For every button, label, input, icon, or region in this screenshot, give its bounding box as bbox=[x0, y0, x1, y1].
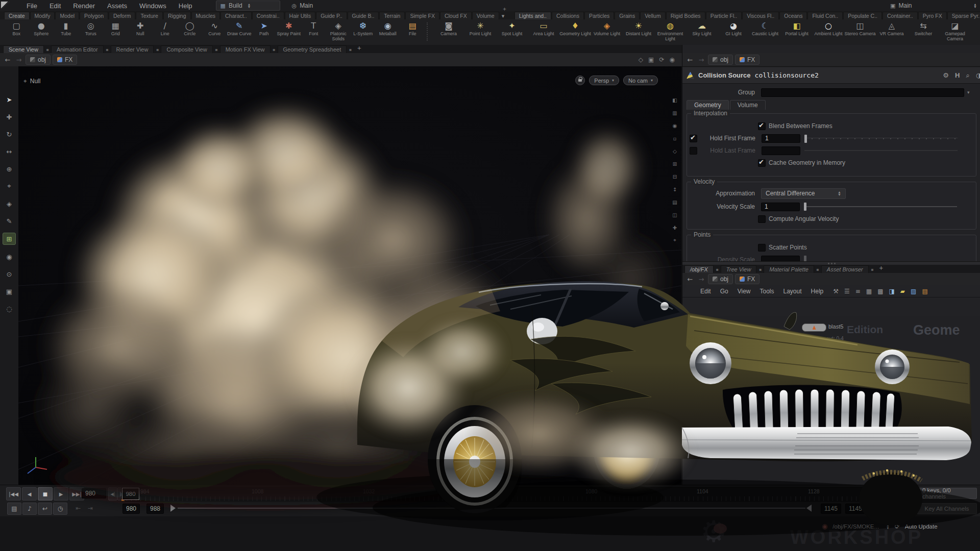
ambient-light-tool[interactable]: ○ Ambient Light bbox=[813, 21, 844, 36]
range-lock-left-icon[interactable]: ⇤ bbox=[71, 503, 85, 514]
playhead[interactable]: 980 bbox=[122, 488, 139, 500]
velocity-scale-field[interactable]: 1 bbox=[761, 203, 800, 211]
shelf-tab[interactable]: Sparse Pyr.. bbox=[947, 12, 980, 19]
network-editor[interactable]: st3 blast5 out: 0-4 Edition Geome ert3 a… bbox=[682, 316, 980, 485]
pane-tab[interactable]: /obj/FX ▪ bbox=[684, 265, 721, 273]
rotate-tool-icon[interactable]: ↻ bbox=[3, 129, 15, 140]
gear-icon[interactable]: ⚙ bbox=[943, 71, 949, 80]
pane-tab[interactable]: Scene View ▪ bbox=[3, 45, 51, 53]
sphere-tool[interactable]: ● Sphere bbox=[29, 21, 54, 36]
camera-lock-button[interactable] bbox=[575, 76, 585, 85]
area-light-tool[interactable]: ▭ Area Light bbox=[528, 21, 559, 36]
grid-tool[interactable]: ▦ Grid bbox=[103, 21, 128, 36]
hold-last-checkbox[interactable] bbox=[690, 147, 697, 155]
draw-curve-tool[interactable]: ✎ Draw Curve bbox=[227, 21, 252, 36]
channel-graph-icon[interactable]: ∿ bbox=[899, 503, 914, 515]
shelf-tab[interactable]: Particles bbox=[584, 12, 614, 19]
points-display-icon[interactable]: ◇ bbox=[670, 147, 679, 155]
timeline-ruler[interactable]: 984100810321056108011041128 980 bbox=[121, 487, 894, 502]
menu-item[interactable]: Edit bbox=[696, 287, 716, 296]
net-display-icon[interactable]: ◨ bbox=[889, 288, 895, 295]
group-dropdown-icon[interactable]: ▾ bbox=[967, 90, 970, 95]
snapshot-icon[interactable]: ▣ bbox=[648, 56, 654, 63]
blend-checkbox[interactable] bbox=[758, 122, 766, 130]
shelf-tab[interactable]: Guide P.. bbox=[316, 12, 347, 19]
circle-tool[interactable]: ◯ Circle bbox=[178, 21, 203, 36]
menu-item[interactable]: Layout bbox=[779, 287, 806, 296]
net-tree-icon[interactable]: ☰ bbox=[844, 288, 850, 295]
pane-tab[interactable]: Render View ▪ bbox=[111, 45, 161, 53]
hold-first-checkbox[interactable] bbox=[690, 135, 697, 142]
menu-item[interactable]: Assets bbox=[102, 1, 132, 11]
net-image-icon[interactable]: ▨ bbox=[911, 288, 916, 295]
current-op-path[interactable]: /obj/FX/SMOKE... bbox=[832, 523, 879, 530]
torus-tool[interactable]: ◎ Torus bbox=[79, 21, 104, 36]
shelf-tab[interactable]: Constrai.. bbox=[252, 12, 284, 19]
camera-tool[interactable]: ◙ Camera bbox=[433, 21, 464, 36]
box-tool[interactable]: ▢ Box bbox=[4, 21, 29, 36]
shelf-tab[interactable]: Grains bbox=[615, 12, 640, 19]
add-pane-tab-button[interactable]: ＋ bbox=[878, 263, 885, 273]
vr-camera-tool[interactable]: ◬ VR Camera bbox=[876, 21, 908, 36]
shelf-tab[interactable]: Pyro FX bbox=[918, 12, 947, 19]
hold-first-field[interactable]: 1 bbox=[762, 134, 800, 143]
menu-item[interactable]: View bbox=[733, 287, 755, 296]
node-blast5[interactable] bbox=[802, 323, 826, 332]
point-light-tool[interactable]: ✳ Point Light bbox=[464, 21, 496, 36]
distant-light-tool[interactable]: ☀ Distant Light bbox=[623, 21, 654, 36]
audio-icon[interactable]: ♪ bbox=[22, 503, 37, 515]
sky-light-tool[interactable]: ☁ Sky Light bbox=[686, 21, 718, 36]
shelf-tab[interactable]: Create bbox=[4, 12, 30, 19]
shelf-tab[interactable]: Viscous Fl.. bbox=[742, 12, 779, 19]
menu-item[interactable]: File bbox=[21, 1, 42, 11]
range-lock-right-icon[interactable]: ⇥ bbox=[84, 503, 97, 514]
pane-tab-menu-icon[interactable]: ▪ bbox=[869, 267, 876, 273]
line-tool[interactable]: ∕ Line bbox=[153, 21, 178, 36]
shelf-tab[interactable]: Cloud FX bbox=[440, 12, 472, 19]
shelf-tab[interactable]: Model bbox=[55, 12, 79, 19]
display-options-icon[interactable]: ▣ bbox=[3, 286, 15, 297]
pane-tab-menu-icon[interactable]: ▪ bbox=[714, 267, 721, 273]
pin-icon[interactable]: ◇ bbox=[639, 56, 643, 63]
breadcrumb-obj[interactable]: obj bbox=[708, 274, 733, 284]
presets-icon[interactable]: ◑ bbox=[976, 71, 980, 80]
nav-back-icon[interactable]: ← bbox=[685, 276, 695, 283]
approximation-select[interactable]: Central Difference ▲▼ bbox=[761, 188, 846, 199]
pane-tab-menu-icon[interactable]: ▪ bbox=[756, 267, 764, 273]
shelf-tab[interactable]: Polygon bbox=[80, 12, 108, 19]
pane-tab[interactable]: Composite View ▪ bbox=[161, 45, 219, 53]
hold-last-field[interactable] bbox=[762, 146, 800, 155]
shelf-tab[interactable]: Modify bbox=[30, 12, 55, 19]
pane-tab[interactable]: Asset Browser ▪ bbox=[821, 265, 876, 273]
current-frame-field[interactable]: 980 bbox=[82, 488, 106, 498]
pose-tool-icon[interactable]: ⊕ bbox=[3, 163, 15, 174]
null-tool[interactable]: ✚ Null bbox=[128, 21, 153, 36]
play-button[interactable]: ▶ bbox=[54, 487, 68, 500]
breadcrumb-fx[interactable]: FX bbox=[53, 55, 77, 65]
normals-display-icon[interactable]: ⊞ bbox=[670, 160, 679, 168]
playback-options-icon[interactable]: ▤ bbox=[7, 503, 21, 515]
shading-mode-icon[interactable]: ◧ bbox=[670, 96, 679, 104]
menu-item[interactable]: Help bbox=[174, 1, 198, 11]
pane-tab[interactable]: Tree View ▪ bbox=[721, 265, 764, 273]
portal-light-tool[interactable]: ◧ Portal Light bbox=[781, 21, 813, 36]
pane-tab[interactable]: Geometry Spreadsheet ▪ bbox=[278, 45, 354, 53]
global-end-field[interactable]: 1145 bbox=[845, 504, 866, 514]
velocity-scale-slider[interactable] bbox=[804, 206, 957, 207]
pane-tab[interactable]: Material Palette ▪ bbox=[764, 265, 821, 273]
persona-icon[interactable]: ◉ bbox=[669, 56, 674, 63]
net-snap-grid-icon[interactable]: ▩ bbox=[877, 288, 883, 295]
shelf-tab[interactable]: Rigid Bodies bbox=[666, 12, 705, 19]
pane-tab[interactable]: Animation Editor ▪ bbox=[51, 45, 111, 53]
camera-selector[interactable]: No cam ▾ bbox=[623, 76, 658, 85]
desk-selector-right[interactable]: ▣ Main bbox=[886, 1, 966, 11]
translate-tool-icon[interactable]: ✚ bbox=[3, 111, 15, 122]
lighting-icon[interactable]: ◉ bbox=[670, 121, 679, 130]
menu-item[interactable]: Windows bbox=[134, 1, 172, 11]
menu-item[interactable]: Edit bbox=[44, 1, 66, 11]
keys-status-button[interactable]: 0 keys, 0/0 channels bbox=[917, 488, 977, 499]
stop-button[interactable]: ■ bbox=[38, 487, 53, 500]
pane-tab-menu-icon[interactable]: ▪ bbox=[213, 47, 220, 53]
shelf-tab[interactable]: Deform bbox=[109, 12, 135, 19]
op-spinner-icon[interactable]: ▲▼ bbox=[886, 524, 890, 529]
